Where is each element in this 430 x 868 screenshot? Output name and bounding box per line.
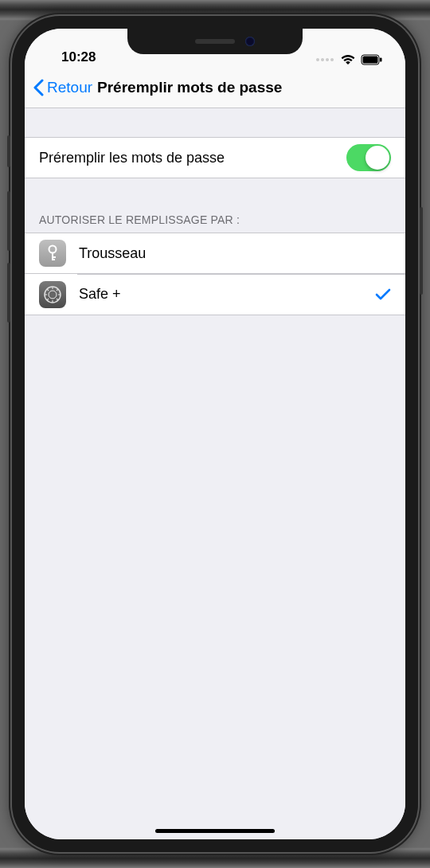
status-time: 10:28: [61, 49, 96, 65]
safe-icon: [39, 281, 66, 308]
provider-label: Trousseau: [79, 245, 391, 262]
provider-row-safeplus[interactable]: Safe +: [25, 274, 405, 315]
svg-rect-2: [380, 58, 382, 62]
screen: 10:28 Retour: [25, 29, 405, 839]
providers-header: AUTORISER LE REMPLISSAGE PAR :: [25, 207, 405, 233]
content-area: Préremplir les mots de passe AUTORISER L…: [25, 108, 405, 839]
svg-line-13: [47, 289, 49, 291]
status-icons: [316, 54, 383, 65]
provider-label: Safe +: [79, 286, 375, 303]
svg-line-15: [47, 299, 49, 300]
device-frame: 10:28 Retour: [12, 16, 418, 852]
toggle-knob: [366, 146, 389, 170]
home-indicator[interactable]: [155, 829, 275, 833]
side-button: [7, 135, 10, 167]
svg-rect-6: [52, 259, 55, 260]
speaker-grille: [195, 39, 235, 44]
notch: [127, 29, 303, 54]
page-title: Préremplir mots de passe: [97, 79, 282, 96]
back-label: Retour: [47, 79, 92, 96]
side-button: [7, 191, 10, 251]
svg-rect-5: [52, 256, 56, 258]
side-button: [420, 207, 423, 295]
nav-bar: Retour Préremplir mots de passe: [25, 67, 405, 108]
side-button: [7, 263, 10, 323]
chevron-left-icon: [33, 79, 44, 96]
back-button[interactable]: Retour: [33, 79, 92, 96]
svg-rect-1: [363, 57, 378, 64]
svg-line-14: [57, 299, 58, 300]
keychain-icon: [39, 240, 66, 267]
checkmark-icon: [375, 287, 391, 302]
front-camera: [245, 37, 255, 46]
battery-icon: [361, 54, 383, 65]
autofill-toggle-row[interactable]: Préremplir les mots de passe: [25, 137, 405, 178]
cellular-dots-icon: [316, 58, 334, 61]
provider-row-keychain[interactable]: Trousseau: [25, 233, 405, 274]
svg-point-8: [49, 291, 57, 299]
autofill-toggle-label: Préremplir les mots de passe: [39, 150, 346, 166]
autofill-toggle-switch[interactable]: [346, 144, 391, 171]
svg-point-3: [49, 246, 57, 253]
wifi-icon: [340, 54, 356, 65]
svg-line-16: [57, 289, 58, 291]
